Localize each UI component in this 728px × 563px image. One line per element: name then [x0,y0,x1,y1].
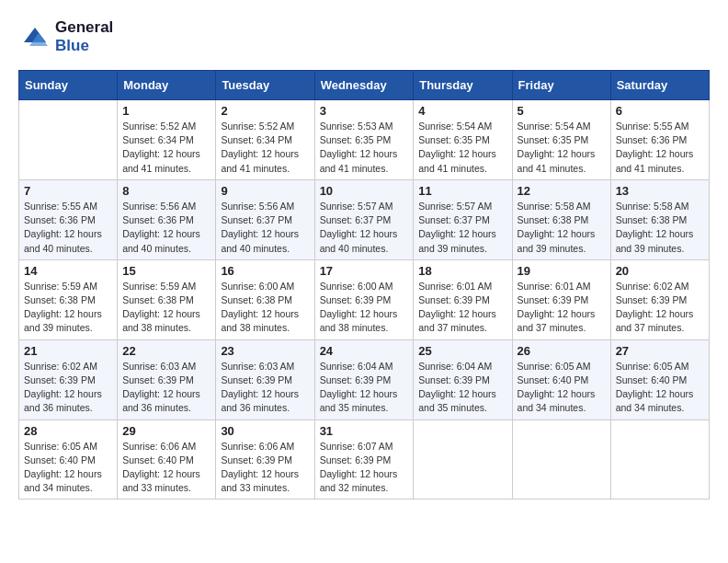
calendar-cell: 11Sunrise: 5:57 AMSunset: 6:37 PMDayligh… [414,179,512,259]
calendar-cell: 14Sunrise: 5:59 AMSunset: 6:38 PMDayligh… [19,259,118,339]
day-number: 21 [24,344,112,358]
day-number: 17 [320,264,409,278]
day-info: Sunrise: 6:01 AMSunset: 6:39 PMDaylight:… [518,280,606,336]
day-number: 4 [418,104,506,118]
day-number: 25 [418,344,506,358]
calendar-cell: 13Sunrise: 5:58 AMSunset: 6:38 PMDayligh… [610,179,709,259]
day-number: 13 [616,184,704,198]
calendar-cell: 5Sunrise: 5:54 AMSunset: 6:35 PMDaylight… [512,100,610,180]
day-number: 5 [518,104,606,118]
calendar-cell: 8Sunrise: 5:56 AMSunset: 6:36 PMDaylight… [118,179,216,259]
day-info: Sunrise: 6:03 AMSunset: 6:39 PMDaylight:… [122,360,210,416]
day-info: Sunrise: 5:52 AMSunset: 6:34 PMDaylight:… [221,120,309,176]
day-info: Sunrise: 5:58 AMSunset: 6:38 PMDaylight:… [518,200,606,256]
day-number: 14 [24,264,112,278]
day-info: Sunrise: 6:05 AMSunset: 6:40 PMDaylight:… [616,360,704,416]
calendar-cell: 10Sunrise: 5:57 AMSunset: 6:37 PMDayligh… [314,179,414,259]
calendar-cell: 25Sunrise: 6:04 AMSunset: 6:39 PMDayligh… [414,339,512,419]
calendar-cell: 27Sunrise: 6:05 AMSunset: 6:40 PMDayligh… [610,339,709,419]
day-number: 7 [24,184,112,198]
day-header-wednesday: Wednesday [314,71,414,100]
day-number: 6 [616,104,704,118]
calendar-cell: 15Sunrise: 5:59 AMSunset: 6:38 PMDayligh… [118,259,216,339]
day-number: 20 [616,264,704,278]
calendar-cell: 20Sunrise: 6:02 AMSunset: 6:39 PMDayligh… [610,259,709,339]
logo: General Blue [18,18,113,55]
calendar-cell: 28Sunrise: 6:05 AMSunset: 6:40 PMDayligh… [19,419,118,500]
calendar-cell [610,419,709,500]
day-number: 8 [122,184,210,198]
calendar-cell: 21Sunrise: 6:02 AMSunset: 6:39 PMDayligh… [19,339,118,419]
day-info: Sunrise: 5:56 AMSunset: 6:37 PMDaylight:… [221,200,309,256]
day-header-sunday: Sunday [19,71,118,100]
calendar-cell: 30Sunrise: 6:06 AMSunset: 6:39 PMDayligh… [216,419,314,500]
calendar-cell: 22Sunrise: 6:03 AMSunset: 6:39 PMDayligh… [118,339,216,419]
day-info: Sunrise: 6:01 AMSunset: 6:39 PMDaylight:… [418,280,506,336]
calendar-cell [414,419,512,500]
day-number: 3 [320,104,409,118]
day-info: Sunrise: 6:03 AMSunset: 6:39 PMDaylight:… [221,360,309,416]
calendar-cell: 24Sunrise: 6:04 AMSunset: 6:39 PMDayligh… [314,339,414,419]
day-info: Sunrise: 6:04 AMSunset: 6:39 PMDaylight:… [418,360,506,416]
calendar-cell: 12Sunrise: 5:58 AMSunset: 6:38 PMDayligh… [512,179,610,259]
day-number: 23 [221,344,309,358]
day-header-tuesday: Tuesday [216,71,314,100]
day-info: Sunrise: 5:58 AMSunset: 6:38 PMDaylight:… [616,200,704,256]
calendar-cell: 9Sunrise: 5:56 AMSunset: 6:37 PMDaylight… [216,179,314,259]
day-info: Sunrise: 6:02 AMSunset: 6:39 PMDaylight:… [616,280,704,336]
day-info: Sunrise: 5:57 AMSunset: 6:37 PMDaylight:… [320,200,409,256]
day-number: 19 [518,264,606,278]
day-number: 27 [616,344,704,358]
day-info: Sunrise: 6:00 AMSunset: 6:38 PMDaylight:… [221,280,309,336]
page-header: General Blue [18,18,710,55]
calendar-cell: 3Sunrise: 5:53 AMSunset: 6:35 PMDaylight… [314,100,414,180]
day-number: 28 [24,424,112,438]
day-number: 15 [122,264,210,278]
day-header-friday: Friday [512,71,610,100]
calendar-cell: 1Sunrise: 5:52 AMSunset: 6:34 PMDaylight… [118,100,216,180]
calendar-cell: 18Sunrise: 6:01 AMSunset: 6:39 PMDayligh… [414,259,512,339]
day-info: Sunrise: 6:05 AMSunset: 6:40 PMDaylight:… [24,440,112,496]
calendar-cell: 26Sunrise: 6:05 AMSunset: 6:40 PMDayligh… [512,339,610,419]
day-number: 31 [320,424,409,438]
day-info: Sunrise: 5:54 AMSunset: 6:35 PMDaylight:… [418,120,506,176]
day-number: 1 [122,104,210,118]
day-info: Sunrise: 6:02 AMSunset: 6:39 PMDaylight:… [24,360,112,416]
day-number: 11 [418,184,506,198]
calendar-cell [19,100,118,180]
day-info: Sunrise: 6:04 AMSunset: 6:39 PMDaylight:… [320,360,409,416]
day-info: Sunrise: 6:06 AMSunset: 6:39 PMDaylight:… [221,440,309,496]
day-info: Sunrise: 5:56 AMSunset: 6:36 PMDaylight:… [122,200,210,256]
calendar-cell: 7Sunrise: 5:55 AMSunset: 6:36 PMDaylight… [19,179,118,259]
calendar-table: SundayMondayTuesdayWednesdayThursdayFrid… [18,70,710,500]
day-info: Sunrise: 5:54 AMSunset: 6:35 PMDaylight:… [518,120,606,176]
day-info: Sunrise: 5:59 AMSunset: 6:38 PMDaylight:… [122,280,210,336]
calendar-cell: 31Sunrise: 6:07 AMSunset: 6:39 PMDayligh… [314,419,414,500]
day-number: 30 [221,424,309,438]
day-info: Sunrise: 5:55 AMSunset: 6:36 PMDaylight:… [616,120,704,176]
day-info: Sunrise: 6:00 AMSunset: 6:39 PMDaylight:… [320,280,409,336]
day-header-monday: Monday [118,71,216,100]
calendar-cell: 19Sunrise: 6:01 AMSunset: 6:39 PMDayligh… [512,259,610,339]
calendar-cell [512,419,610,500]
day-info: Sunrise: 5:52 AMSunset: 6:34 PMDaylight:… [122,120,210,176]
day-info: Sunrise: 6:07 AMSunset: 6:39 PMDaylight:… [320,440,409,496]
day-number: 12 [518,184,606,198]
day-number: 24 [320,344,409,358]
day-number: 18 [418,264,506,278]
day-info: Sunrise: 6:06 AMSunset: 6:40 PMDaylight:… [122,440,210,496]
day-number: 2 [221,104,309,118]
day-number: 29 [122,424,210,438]
calendar-cell: 17Sunrise: 6:00 AMSunset: 6:39 PMDayligh… [314,259,414,339]
day-header-saturday: Saturday [610,71,709,100]
day-number: 10 [320,184,409,198]
day-info: Sunrise: 5:57 AMSunset: 6:37 PMDaylight:… [418,200,506,256]
calendar-cell: 4Sunrise: 5:54 AMSunset: 6:35 PMDaylight… [414,100,512,180]
day-header-thursday: Thursday [414,71,512,100]
day-number: 16 [221,264,309,278]
day-info: Sunrise: 5:53 AMSunset: 6:35 PMDaylight:… [320,120,409,176]
day-number: 9 [221,184,309,198]
calendar-cell: 2Sunrise: 5:52 AMSunset: 6:34 PMDaylight… [216,100,314,180]
calendar-cell: 29Sunrise: 6:06 AMSunset: 6:40 PMDayligh… [118,419,216,500]
logo-text: General Blue [55,18,113,55]
